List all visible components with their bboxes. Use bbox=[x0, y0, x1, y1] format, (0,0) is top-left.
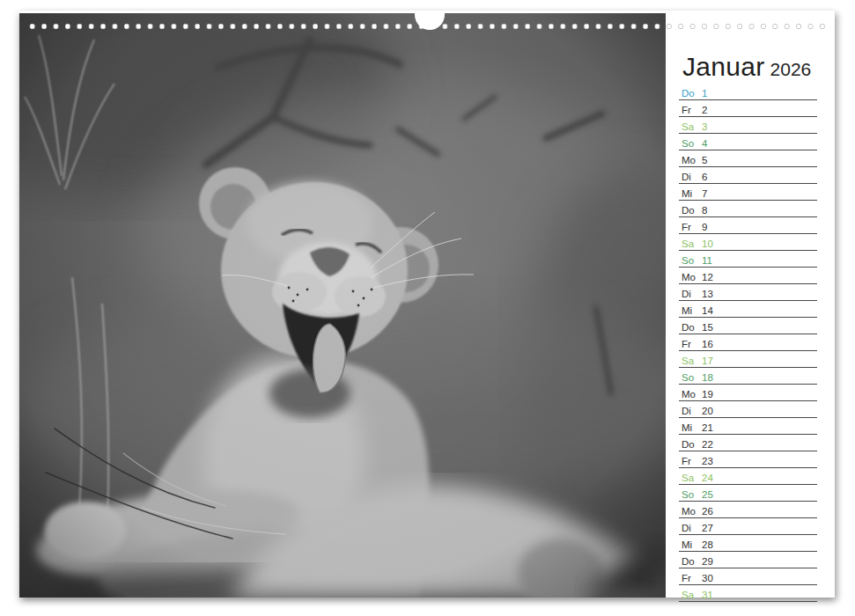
day-row: Fr30 bbox=[679, 568, 817, 585]
lion-photo-illustration bbox=[19, 13, 666, 598]
weekday-abbr: Sa bbox=[682, 473, 702, 483]
day-row: Mi21 bbox=[679, 418, 817, 435]
weekday-abbr: Do bbox=[682, 439, 702, 450]
month-title: Januar2026 bbox=[682, 52, 811, 82]
date-number: 12 bbox=[702, 272, 723, 282]
date-number: 4 bbox=[702, 138, 723, 149]
date-number: 31 bbox=[702, 590, 723, 600]
weekday-abbr: Do bbox=[682, 88, 702, 99]
weekday-abbr: Fr bbox=[682, 456, 702, 466]
date-number: 6 bbox=[702, 172, 723, 182]
weekday-abbr: Mi bbox=[682, 305, 702, 316]
date-number: 9 bbox=[702, 222, 723, 232]
day-row: Fr23 bbox=[679, 451, 817, 468]
date-number: 27 bbox=[702, 523, 723, 533]
date-number: 24 bbox=[702, 473, 723, 483]
date-number: 14 bbox=[702, 305, 723, 316]
weekday-abbr: Sa bbox=[682, 238, 702, 249]
weekday-abbr: So bbox=[682, 372, 702, 383]
date-number: 30 bbox=[702, 573, 723, 583]
calendar-photo bbox=[19, 13, 666, 598]
day-row: Di6 bbox=[679, 167, 817, 184]
weekday-abbr: Di bbox=[682, 289, 702, 299]
day-row: Do29 bbox=[679, 552, 817, 568]
date-number: 26 bbox=[702, 506, 723, 517]
calendar-panel: Januar2026 Do1Fr2Sa3So4Mo5Di6Mi7Do8Fr9Sa… bbox=[679, 11, 827, 598]
weekday-abbr: Sa bbox=[682, 590, 702, 600]
date-number: 8 bbox=[702, 205, 723, 216]
weekday-abbr: Mo bbox=[682, 506, 702, 517]
weekday-abbr: Di bbox=[682, 406, 702, 416]
date-number: 25 bbox=[702, 489, 723, 500]
date-number: 28 bbox=[702, 539, 723, 550]
date-number: 13 bbox=[702, 289, 723, 299]
day-row: Fr9 bbox=[679, 217, 817, 234]
day-row: Do22 bbox=[679, 435, 817, 451]
day-row: Sa24 bbox=[679, 468, 817, 485]
day-row: So4 bbox=[679, 134, 817, 150]
day-row: So11 bbox=[679, 251, 817, 268]
date-number: 3 bbox=[702, 121, 723, 132]
day-row: Mo26 bbox=[679, 502, 817, 518]
day-row: Mo12 bbox=[679, 268, 817, 284]
date-number: 23 bbox=[702, 456, 723, 466]
date-number: 11 bbox=[702, 255, 723, 266]
weekday-abbr: So bbox=[682, 489, 702, 500]
weekday-abbr: Do bbox=[682, 205, 702, 216]
day-row: Do8 bbox=[679, 201, 817, 217]
day-row: Sa17 bbox=[679, 351, 817, 368]
weekday-abbr: Fr bbox=[682, 105, 702, 115]
vignette-overlay bbox=[19, 13, 666, 598]
date-number: 16 bbox=[702, 339, 723, 349]
day-row: Mo5 bbox=[679, 150, 817, 167]
weekday-abbr: Mi bbox=[682, 188, 702, 199]
year-label: 2026 bbox=[770, 59, 812, 79]
weekday-abbr: So bbox=[682, 255, 702, 266]
date-number: 21 bbox=[702, 422, 723, 433]
page-background: Januar2026 Do1Fr2Sa3So4Mo5Di6Mi7Do8Fr9Sa… bbox=[0, 0, 855, 616]
day-row: Mi14 bbox=[679, 301, 817, 318]
calendar-sheet: Januar2026 Do1Fr2Sa3So4Mo5Di6Mi7Do8Fr9Sa… bbox=[19, 11, 835, 598]
day-row: So18 bbox=[679, 368, 817, 385]
date-number: 29 bbox=[702, 556, 723, 567]
date-number: 19 bbox=[702, 389, 723, 400]
weekday-abbr: Sa bbox=[682, 121, 702, 132]
date-number: 22 bbox=[702, 439, 723, 450]
weekday-abbr: Mo bbox=[682, 272, 702, 282]
day-row: Do15 bbox=[679, 318, 817, 334]
month-label: Januar bbox=[682, 52, 765, 81]
day-row: Mo19 bbox=[679, 385, 817, 401]
day-row: Fr16 bbox=[679, 334, 817, 351]
weekday-abbr: Fr bbox=[682, 573, 702, 583]
date-number: 1 bbox=[702, 88, 723, 99]
weekday-abbr: Di bbox=[682, 523, 702, 533]
date-number: 7 bbox=[702, 188, 723, 199]
day-row: Do1 bbox=[679, 84, 817, 100]
date-number: 10 bbox=[702, 238, 723, 249]
weekday-abbr: Mo bbox=[682, 389, 702, 400]
weekday-abbr: So bbox=[682, 138, 702, 149]
weekday-abbr: Fr bbox=[682, 222, 702, 232]
date-number: 17 bbox=[702, 356, 723, 366]
day-row: Sa10 bbox=[679, 234, 817, 251]
weekday-abbr: Mi bbox=[682, 539, 702, 550]
day-row: Di27 bbox=[679, 518, 817, 535]
day-row: Mi28 bbox=[679, 535, 817, 552]
weekday-abbr: Do bbox=[682, 556, 702, 567]
date-number: 18 bbox=[702, 372, 723, 383]
date-number: 20 bbox=[702, 406, 723, 416]
day-row: Sa31 bbox=[679, 585, 817, 602]
weekday-abbr: Fr bbox=[682, 339, 702, 349]
day-row: Di13 bbox=[679, 284, 817, 301]
day-row: Sa3 bbox=[679, 117, 817, 134]
day-row: Mi7 bbox=[679, 184, 817, 201]
day-row: Fr2 bbox=[679, 100, 817, 117]
date-number: 2 bbox=[702, 105, 723, 115]
weekday-abbr: Sa bbox=[682, 356, 702, 366]
weekday-abbr: Do bbox=[682, 322, 702, 333]
day-row: So25 bbox=[679, 485, 817, 502]
weekday-abbr: Di bbox=[682, 172, 702, 182]
day-rows: Do1Fr2Sa3So4Mo5Di6Mi7Do8Fr9Sa10So11Mo12D… bbox=[679, 84, 817, 602]
weekday-abbr: Mo bbox=[682, 155, 702, 165]
date-number: 15 bbox=[702, 322, 723, 333]
